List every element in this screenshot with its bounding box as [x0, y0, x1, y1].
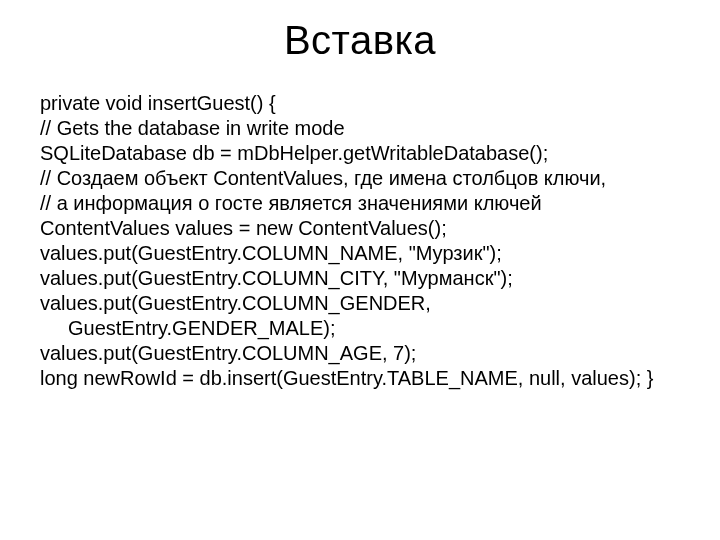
- code-line: private void insertGuest() {: [40, 91, 680, 116]
- code-block: private void insertGuest() { // Gets the…: [40, 91, 680, 391]
- code-line: // Gets the database in write mode: [40, 116, 680, 141]
- code-line: values.put(GuestEntry.COLUMN_AGE, 7);: [40, 341, 680, 366]
- code-line: values.put(GuestEntry.COLUMN_NAME, "Мурз…: [40, 241, 680, 266]
- code-line: GuestEntry.GENDER_MALE);: [40, 316, 680, 341]
- code-line: values.put(GuestEntry.COLUMN_GENDER,: [40, 291, 680, 316]
- slide-title: Вставка: [40, 18, 680, 63]
- code-line: long newRowId = db.insert(GuestEntry.TAB…: [40, 366, 680, 391]
- code-line: // а информация о госте является значени…: [40, 191, 680, 216]
- slide: Вставка private void insertGuest() { // …: [0, 0, 720, 540]
- code-line: values.put(GuestEntry.COLUMN_CITY, "Мурм…: [40, 266, 680, 291]
- code-line: SQLiteDatabase db = mDbHelper.getWritabl…: [40, 141, 680, 166]
- code-line: ContentValues values = new ContentValues…: [40, 216, 680, 241]
- code-line: // Создаем объект ContentValues, где име…: [40, 166, 680, 191]
